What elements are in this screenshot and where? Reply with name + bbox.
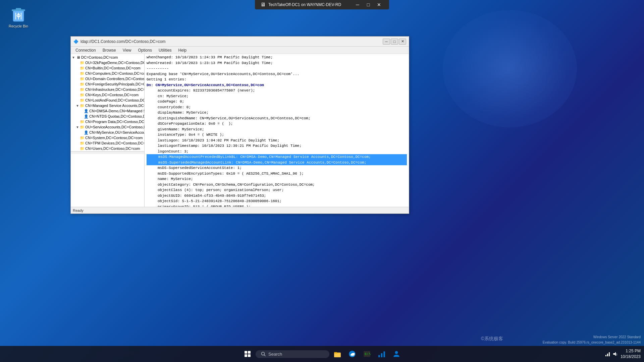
svg-rect-7 [245,351,247,354]
window-body: ▼🖥DC=Contoso,DC=com 📁OU=32kPageDemo,DC=C… [71,54,409,207]
menu-connection[interactable]: Connection [72,47,99,53]
tree-toggle [75,71,79,75]
svg-point-22 [395,351,398,354]
content-line: objectClass (4): top; person; organizati… [147,187,407,193]
tree-item[interactable]: 📁OU=Domain Controllers,DC=Contoso,DC=com [71,76,144,81]
svg-rect-15 [334,352,337,353]
menu-options[interactable]: Options [135,47,155,53]
tree-item[interactable]: 📁CN=Users,DC=Contoso,DC=com [71,146,144,151]
window-close-button[interactable]: ✕ [399,39,406,45]
tree-toggle [75,93,79,97]
search-bar[interactable]: Search [256,350,329,358]
tree-item[interactable]: 📁CN=ForeignSecurityPrincipals,DC=C... [71,81,144,87]
tree-icon: 📁 [80,76,85,81]
rdp-title: TechTakeOff-DC1 on WAYNMC-DEV-RD [268,2,341,7]
tree-toggle[interactable]: ▼ [75,125,79,129]
taskbar-edge-browser[interactable] [345,347,359,361]
tree-label: CN=LostAndFound,DC=Contoso,DC=com [85,98,145,102]
recycle-bin-icon: ♻ [10,7,26,23]
menu-utilities[interactable]: Utilities [155,47,175,53]
volume-icon: ) ) [612,351,618,357]
taskbar-file-explorer[interactable] [331,347,344,361]
tree-item[interactable]: 📁OU=32kPageDemo,DC=Contoso,DC=com [71,60,144,65]
tree-icon: 👤 [84,109,89,113]
content-line: msDS-SupersededServiceAccountState: 1; [147,165,407,171]
menu-browse[interactable]: Browse [99,47,119,53]
start-button[interactable] [241,347,254,361]
window-minimize-button[interactable]: ─ [383,39,390,45]
tree-toggle [75,136,79,140]
tree-label: CN=NTDS Quotas,DC=Contoso,DC=com [89,114,145,118]
tree-label: CN=Managed Service Accounts,DC=Contoso,D… [85,104,145,108]
tree-item[interactable]: ▼📁OU=ServiceAccounts,DC=Contoso,DC=com [71,124,144,130]
menu-help[interactable]: Help [175,47,190,53]
svg-line-12 [264,355,266,356]
tree-toggle[interactable]: ▼ [75,104,79,108]
window-title-area: 🔷 ldap://DC1.Contoso.com/DC=Contoso,DC=c… [73,39,165,44]
content-line: Getting 1 entries: [147,77,407,82]
window-maximize-button[interactable]: □ [391,39,398,45]
taskbar-stats[interactable] [375,347,388,361]
taskbar-user-mgmt[interactable] [390,347,403,361]
tree-toggle [75,82,79,86]
rdp-close-button[interactable]: ✕ [374,1,384,8]
tree-toggle [75,77,79,81]
tree-toggle [75,61,79,65]
menu-bar: Connection Browse View Options Utilities… [71,47,409,54]
content-panel[interactable]: whenChanged: 10/18/2023 1:24:33 PM Pacif… [145,54,409,207]
tree-toggle [75,120,79,124]
svg-rect-20 [381,353,382,357]
tree-icon: 📁 [80,103,85,108]
menu-view[interactable]: View [119,47,135,53]
content-line: codePage: 0; [147,99,407,105]
tree-item[interactable]: 📁CN=System,DC=Contoso,DC=com [71,135,144,140]
tree-label: CN=Users,DC=Contoso,DC=com [85,146,140,150]
tree-item[interactable]: 👤CN=MyService,OU=ServiceAccounts,DC=Co..… [71,130,144,135]
tree-label: CN=ForeignSecurityPrincipals,DC=C... [85,82,145,86]
tree-toggle[interactable]: ▼ [71,55,75,59]
content-line: cn: MyService; [147,94,407,99]
tree-item[interactable]: 📁CN=Program Data,DC=Contoso,DC=com [71,119,144,124]
tree-label: DC=Contoso,DC=com [81,55,118,59]
content-line: whenChanged: 10/18/2023 1:24:33 PM Pacif… [147,55,407,60]
content-line: instanceType: 0x4 = ( WRITE ); [147,132,407,138]
svg-text:♻: ♻ [16,13,21,18]
content-line: objectCategory: CN=Person,CN=Schema,CN=C… [147,182,407,188]
background-decoration [443,10,577,127]
tree-item[interactable]: 📁CN=TPM Devices,DC=Contoso,DC=com [71,140,144,146]
tree-icon: 📁 [80,135,85,140]
tree-toggle [79,114,84,118]
rdp-maximize-button[interactable]: □ [364,1,373,8]
content-line: Expanding base 'CN=MyService,OU=ServiceA… [147,71,407,77]
tree-item[interactable]: 📁CN=Computers,DC=Contoso,DC=com [71,71,144,76]
svg-text:): ) [616,353,617,356]
tree-icon: 📁 [80,93,85,97]
network-icon [605,351,610,357]
status-text: Ready [73,208,84,213]
tree-item[interactable]: 👤CN=NTDS Quotas,DC=Contoso,DC=com [71,114,144,119]
tree-icon: 📁 [80,66,85,70]
svg-rect-2 [16,8,21,10]
content-line: countryCode: 0; [147,105,407,110]
window-titlebar: 🔷 ldap://DC1.Contoso.com/DC=Contoso,DC=c… [71,37,409,47]
content-line: whenCreated: 10/18/2023 1:23:13 PM Pacif… [147,60,407,66]
tree-item[interactable]: 📁CN=Infrastructure,DC=Contoso,DC=com [71,87,144,92]
rdp-minimize-button[interactable]: ─ [353,1,362,8]
tree-toggle [79,109,84,113]
edge-icon [348,350,356,358]
tree-item[interactable]: 📁CN=Builtin,DC=Contoso,DC=com [71,65,144,71]
file-explorer-icon [333,350,341,358]
tree-item[interactable]: ▼🖥DC=Contoso,DC=com [71,55,144,60]
svg-text:C:\>: C:\> [365,352,371,356]
tree-item[interactable]: ▼📁CN=Managed Service Accounts,DC=Contoso… [71,103,144,108]
tree-panel[interactable]: ▼🖥DC=Contoso,DC=com 📁OU=32kPageDemo,DC=C… [71,54,145,207]
taskbar-terminal[interactable]: C:\> [360,347,374,361]
tree-item[interactable]: 📁CN=LostAndFound,DC=Contoso,DC=com [71,98,144,103]
tree-item[interactable]: 👤CN=DMSA-Demo,CN=Managed Service Ac... [71,108,144,114]
tree-item[interactable]: 📁CN=Keys,DC=Contoso,DC=com [71,92,144,98]
tree-icon: 📁 [80,87,85,92]
system-tray: ) ) [605,351,618,357]
content-line: msDS-SupersededManagedAccountLink: CN=DM… [147,160,407,166]
recycle-bin[interactable]: ♻ Recycle Bin [7,7,30,28]
content-line: displayName: MyService; [147,110,407,116]
